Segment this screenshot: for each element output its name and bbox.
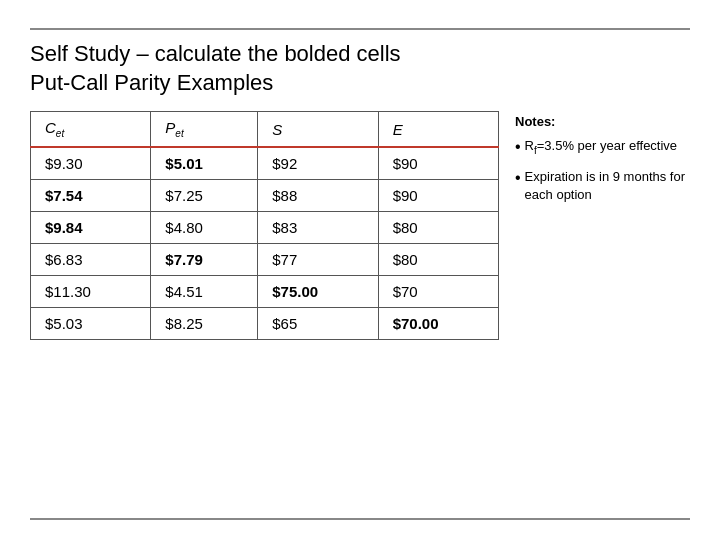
cell-r1-c3: $90 bbox=[378, 180, 498, 212]
page-title: Self Study – calculate the bolded cells … bbox=[30, 40, 690, 97]
cell-r5-c3: $70.00 bbox=[378, 308, 498, 340]
content-area: Cet Pet S E $9.30$5.01$92$90$7.54$7.25$8… bbox=[30, 111, 690, 504]
table-header-row: Cet Pet S E bbox=[31, 112, 499, 148]
cell-r4-c0: $11.30 bbox=[31, 276, 151, 308]
parity-table: Cet Pet S E $9.30$5.01$92$90$7.54$7.25$8… bbox=[30, 111, 499, 340]
bullet-1: • bbox=[515, 137, 521, 156]
notes-text-1: Rf=3.5% per year effective bbox=[525, 137, 678, 158]
cell-r4-c3: $70 bbox=[378, 276, 498, 308]
table-row: $7.54$7.25$88$90 bbox=[31, 180, 499, 212]
cell-r4-c1: $4.51 bbox=[151, 276, 258, 308]
cell-r2-c1: $4.80 bbox=[151, 212, 258, 244]
cell-r5-c2: $65 bbox=[258, 308, 378, 340]
top-divider bbox=[30, 28, 690, 30]
notes-title: Notes: bbox=[515, 113, 690, 131]
table-wrapper: Cet Pet S E $9.30$5.01$92$90$7.54$7.25$8… bbox=[30, 111, 499, 504]
cell-r0-c2: $92 bbox=[258, 147, 378, 180]
title-line2: Put-Call Parity Examples bbox=[30, 70, 273, 95]
bullet-2: • bbox=[515, 168, 521, 187]
table-row: $9.30$5.01$92$90 bbox=[31, 147, 499, 180]
cell-r4-c2: $75.00 bbox=[258, 276, 378, 308]
col-header-c: Cet bbox=[31, 112, 151, 148]
cell-r0-c0: $9.30 bbox=[31, 147, 151, 180]
cell-r5-c0: $5.03 bbox=[31, 308, 151, 340]
notes-item-1: • Rf=3.5% per year effective bbox=[515, 137, 690, 158]
cell-r1-c0: $7.54 bbox=[31, 180, 151, 212]
title-line1: Self Study – calculate the bolded cells bbox=[30, 41, 401, 66]
cell-r5-c1: $8.25 bbox=[151, 308, 258, 340]
table-row: $9.84$4.80$83$80 bbox=[31, 212, 499, 244]
cell-r2-c0: $9.84 bbox=[31, 212, 151, 244]
cell-r3-c3: $80 bbox=[378, 244, 498, 276]
bottom-divider bbox=[30, 518, 690, 520]
col-header-e: E bbox=[378, 112, 498, 148]
cell-r0-c1: $5.01 bbox=[151, 147, 258, 180]
notes-text-2: Expiration is in 9 months for each optio… bbox=[525, 168, 690, 204]
cell-r3-c0: $6.83 bbox=[31, 244, 151, 276]
cell-r3-c2: $77 bbox=[258, 244, 378, 276]
table-row: $6.83$7.79$77$80 bbox=[31, 244, 499, 276]
col-header-s: S bbox=[258, 112, 378, 148]
notes-panel: Notes: • Rf=3.5% per year effective • Ex… bbox=[515, 111, 690, 504]
cell-r3-c1: $7.79 bbox=[151, 244, 258, 276]
cell-r2-c2: $83 bbox=[258, 212, 378, 244]
table-row: $5.03$8.25$65$70.00 bbox=[31, 308, 499, 340]
cell-r0-c3: $90 bbox=[378, 147, 498, 180]
cell-r2-c3: $80 bbox=[378, 212, 498, 244]
col-header-p: Pet bbox=[151, 112, 258, 148]
cell-r1-c1: $7.25 bbox=[151, 180, 258, 212]
table-row: $11.30$4.51$75.00$70 bbox=[31, 276, 499, 308]
notes-item-2: • Expiration is in 9 months for each opt… bbox=[515, 168, 690, 204]
page: Self Study – calculate the bolded cells … bbox=[0, 0, 720, 540]
cell-r1-c2: $88 bbox=[258, 180, 378, 212]
